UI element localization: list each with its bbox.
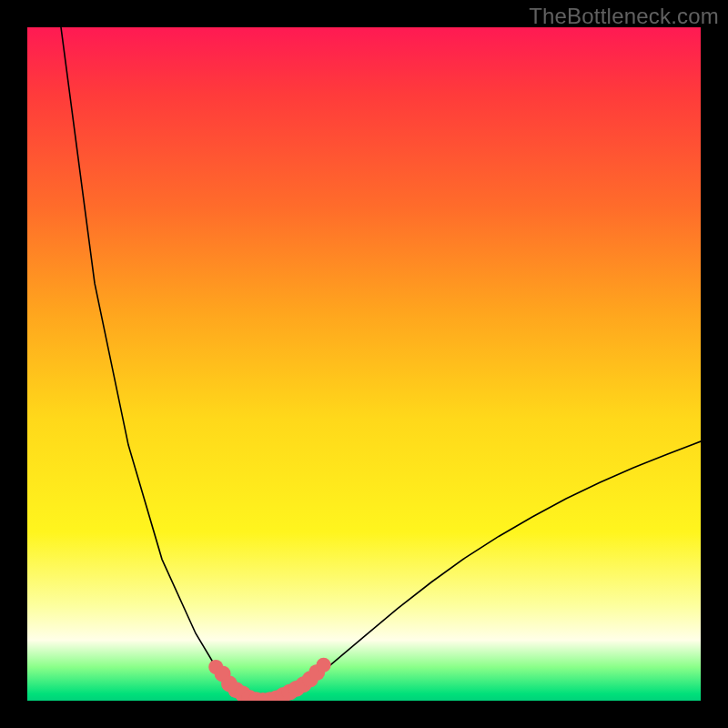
- plot-area: [27, 27, 701, 701]
- chart-frame: TheBottleneck.com: [0, 0, 728, 728]
- optimum-marker-group: [208, 658, 330, 701]
- watermark-label: TheBottleneck.com: [529, 4, 719, 29]
- bottleneck-curve: [61, 27, 701, 701]
- curve-layer: [27, 27, 701, 701]
- optimum-marker-dot: [317, 658, 331, 672]
